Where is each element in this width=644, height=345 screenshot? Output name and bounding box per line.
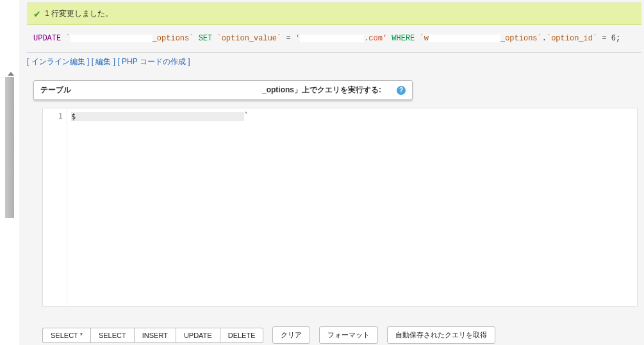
- sql-keyword-set: SET: [199, 34, 213, 43]
- sql-token: `w: [420, 34, 429, 43]
- create-php-code-link[interactable]: PHP コードの作成: [122, 57, 186, 66]
- sql-query-display: UPDATE `_options` SET `option_value` = '…: [33, 34, 641, 43]
- sql-token: _options`: [153, 34, 194, 43]
- action-links-row: [ インライン編集 ] [ 編集 ] [ PHP コードの作成 ]: [27, 52, 641, 71]
- edit-link[interactable]: 編集: [95, 57, 111, 66]
- redacted-span: [70, 35, 153, 42]
- editor-content-highlight: $: [71, 112, 244, 121]
- editor-body[interactable]: $`: [67, 108, 637, 306]
- collapse-handle[interactable]: [5, 77, 14, 218]
- success-banner: ✔ 1 行変更しました。: [27, 3, 641, 25]
- select-button[interactable]: SELECT: [90, 328, 134, 343]
- sql-token: .com': [364, 34, 387, 43]
- collapse-arrow-icon[interactable]: [8, 72, 14, 76]
- sql-token: `option_value`: [217, 34, 281, 43]
- select-star-button[interactable]: SELECT *: [42, 328, 90, 343]
- success-message: 1 行変更しました。: [45, 8, 113, 19]
- clear-button[interactable]: クリア: [272, 326, 310, 344]
- bottom-toolbar: SELECT * SELECT INSERT UPDATE DELETE クリア…: [42, 326, 495, 344]
- sql-token: ': [295, 34, 300, 43]
- delete-button[interactable]: DELETE: [220, 328, 264, 343]
- sql-token: `option_id`: [547, 34, 597, 43]
- line-number: 1: [43, 112, 63, 121]
- redacted-span: [429, 35, 500, 42]
- sql-token: `: [65, 34, 70, 43]
- sql-editor[interactable]: 1 $`: [42, 108, 638, 307]
- check-icon: ✔: [33, 9, 41, 19]
- main-content: ✔ 1 行変更しました。 UPDATE `_options` SET `opti…: [19, 0, 644, 345]
- sql-token: _options`: [500, 34, 542, 43]
- left-sidebar-gutter: [0, 0, 19, 345]
- insert-button[interactable]: INSERT: [134, 328, 176, 343]
- help-icon[interactable]: ?: [397, 86, 406, 95]
- query-target-header: テーブル _options」上でクエリを実行する: ?: [33, 80, 413, 100]
- sql-keyword-update: UPDATE: [33, 34, 61, 43]
- sql-token: =: [286, 34, 290, 43]
- get-autosaved-query-button[interactable]: 自動保存されたクエリを取得: [387, 326, 495, 344]
- sql-token: .: [542, 34, 547, 43]
- inline-edit-link[interactable]: インライン編集: [31, 57, 85, 66]
- editor-line-gutter: 1: [43, 108, 67, 306]
- editor-content-tail: `: [244, 112, 249, 121]
- sql-token: =: [602, 34, 606, 43]
- table-suffix-text: _options」上でクエリを実行する:: [262, 85, 381, 96]
- update-button[interactable]: UPDATE: [176, 328, 220, 343]
- redacted-span: [74, 86, 260, 95]
- sql-template-button-group: SELECT * SELECT INSERT UPDATE DELETE: [42, 328, 263, 343]
- sql-keyword-where: WHERE: [392, 34, 415, 43]
- redacted-span: [300, 35, 364, 42]
- sql-token: ;: [616, 34, 620, 43]
- table-label: テーブル: [40, 85, 71, 96]
- sql-token: 6: [611, 34, 616, 43]
- format-button[interactable]: フォーマット: [319, 326, 378, 344]
